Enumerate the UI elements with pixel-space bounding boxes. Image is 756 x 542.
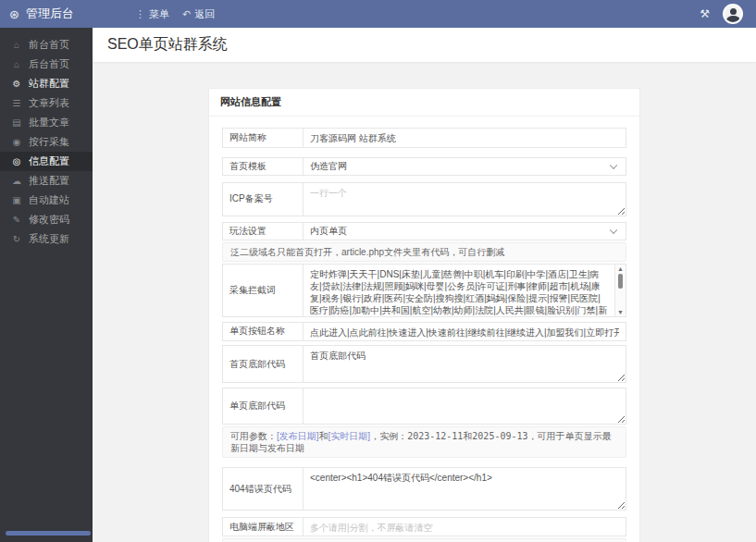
user-avatar[interactable]	[723, 4, 743, 24]
page-footer-code-label: 单页底部代码	[222, 388, 304, 425]
button-names-input[interactable]	[304, 325, 626, 340]
field-home-template: 首页模板 伪造官网	[222, 157, 626, 176]
target-icon: ◉	[11, 137, 22, 147]
sidebar-scroll-indicator[interactable]	[6, 531, 91, 536]
sidebar-item-label: 按行采集	[29, 135, 69, 149]
sidebar-item-push-config[interactable]: ☁ 推送配置	[0, 171, 93, 191]
block-words-textarea[interactable]: 定时炸弹|天天干|DNS|床垫|儿童|慈善|中职|机车|印刷|中学|酒店|卫生|…	[304, 265, 626, 316]
sidebar-item-label: 修改密码	[29, 213, 69, 227]
sidebar-item-label: 后台首页	[29, 57, 69, 71]
wrench-icon[interactable]: ⚒	[700, 7, 710, 20]
brand-icon: ⊛	[9, 7, 19, 21]
cloud-icon: ☁	[11, 176, 22, 186]
home-icon: ⌂	[11, 59, 22, 69]
textarea-scrollbar[interactable]: ▲ ▼	[614, 265, 626, 316]
page-title: SEO单页站群系统	[107, 35, 228, 55]
menu-label: 菜单	[149, 7, 169, 21]
site-name-input[interactable]	[304, 131, 626, 147]
tip-prefix: 可用参数：	[230, 431, 277, 441]
home-template-label: 首页模板	[222, 157, 304, 176]
sidebar-item-change-password[interactable]: ✎ 修改密码	[0, 210, 93, 229]
date-params-tip: 可用参数：[发布日期]和[实时日期]，实例：2023-12-11和2025-09…	[222, 426, 626, 458]
realtime-date-param-link[interactable]: [实时日期]	[328, 431, 371, 441]
field-block-words: 采集拦截词 定时炸弹|天天干|DNS|床垫|儿童|慈善|中职|机车|印刷|中学|…	[222, 264, 626, 317]
field-home-footer-code: 首页底部代码 首页底部代码	[222, 345, 626, 383]
sidebar: ⌂ 前台首页 ⌂ 后台首页 ⚙ 站群配置 ☰ 文章列表 ▤ 批量文章 ◉ 按行采…	[0, 28, 93, 542]
app-brand[interactable]: ⊛ 管理后台	[0, 6, 122, 22]
back-button[interactable]: ↶ 返回	[182, 7, 215, 21]
field-play-mode: 玩法设置 内页单页	[222, 222, 626, 240]
field-button-names: 单页按钮名称	[222, 322, 626, 342]
page-footer-code-textarea[interactable]	[304, 388, 626, 424]
sidebar-item-auto-build[interactable]: ▣ 自动建站	[0, 191, 93, 210]
play-mode-select[interactable]: 内页单页	[304, 223, 626, 239]
scroll-thumb[interactable]	[618, 274, 623, 289]
list-icon: ☰	[11, 98, 22, 108]
page-header: SEO单页站群系统	[93, 28, 756, 62]
sidebar-item-label: 推送配置	[29, 174, 69, 188]
site-info-panel: 网站信息配置 网站简称 首页模板 伪造官网 ICP备案号	[208, 88, 640, 542]
sidebar-item-label: 文章列表	[29, 96, 69, 110]
menu-toggle[interactable]: ⋮ 菜单	[135, 7, 169, 21]
gear-icon: ⚙	[11, 79, 22, 89]
home-footer-code-label: 首页底部代码	[222, 345, 304, 383]
pc-block-area-label: 电脑端屏蔽地区	[222, 517, 304, 536]
error404-label: 404错误页代码	[222, 467, 304, 511]
sidebar-item-label: 批量文章	[29, 116, 69, 129]
build-icon: ▣	[11, 195, 22, 205]
sidebar-item-label: 信息配置	[29, 154, 69, 168]
sidebar-item-label: 自动建站	[29, 193, 69, 207]
avatar-body	[726, 16, 740, 24]
back-icon: ↶	[182, 8, 191, 20]
settings-icon: ◎	[11, 156, 22, 166]
sidebar-item-batch-articles[interactable]: ▤ 批量文章	[0, 113, 93, 132]
icp-label: ICP备案号	[222, 182, 304, 216]
field-page-footer-code: 单页底部代码	[222, 388, 626, 425]
sidebar-item-sitegroup-config[interactable]: ⚙ 站群配置	[0, 74, 93, 93]
files-icon: ▤	[11, 117, 22, 128]
app-title: 管理后台	[26, 6, 74, 22]
button-names-label: 单页按钮名称	[222, 322, 304, 342]
publish-date-param-link[interactable]: [发布日期]	[277, 431, 319, 441]
home-icon: ⌂	[11, 40, 22, 50]
sidebar-item-label: 站群配置	[29, 77, 69, 91]
sidebar-item-admin-home[interactable]: ⌂ 后台首页	[0, 55, 93, 74]
field-icp: ICP备案号	[222, 182, 626, 216]
menu-icon: ⋮	[135, 8, 145, 20]
panel-title: 网站信息配置	[209, 89, 639, 117]
play-mode-label: 玩法设置	[222, 222, 304, 240]
home-footer-code-textarea[interactable]: 首页底部代码	[304, 346, 626, 382]
avatar-head	[730, 8, 737, 15]
home-template-select[interactable]: 伪造官网	[304, 158, 626, 174]
sidebar-item-label: 系统更新	[29, 232, 69, 246]
sidebar-item-info-config[interactable]: ◎ 信息配置	[0, 152, 93, 171]
sidebar-item-label: 前台首页	[29, 38, 69, 52]
pencil-icon: ✎	[11, 215, 22, 225]
sidebar-item-line-collect[interactable]: ◉ 按行采集	[0, 132, 93, 152]
field-site-name: 网站简称	[222, 128, 626, 148]
field-pc-block-area: 电脑端屏蔽地区	[222, 517, 626, 536]
field-404-code: 404错误页代码 <center><h1>404错误页代码</center></…	[222, 467, 626, 511]
top-navbar: ⊛ 管理后台 ⋮ 菜单 ↶ 返回 ⚒	[0, 0, 756, 28]
tip-mid: 和	[319, 431, 328, 441]
site-name-label: 网站简称	[222, 128, 304, 148]
play-mode-tip: 泛二级域名只能首页打开，article.php文件夹里有代码，可自行删减	[222, 242, 626, 262]
error404-textarea[interactable]: <center><h1>404错误页代码</center></h1>	[304, 468, 626, 510]
update-icon: ↻	[11, 234, 22, 244]
icp-textarea[interactable]	[304, 183, 626, 216]
sidebar-item-system-update[interactable]: ↻ 系统更新	[0, 229, 93, 249]
pc-block-tip: 填写：[全部]，则会屏蔽所有地区电脑端，此功能对蜘蛛和后台不会屏蔽！	[222, 538, 626, 542]
sidebar-item-article-list[interactable]: ☰ 文章列表	[0, 93, 93, 113]
main-content: SEO单页站群系统 网站信息配置 网站简称 首页模板 伪造官网 I	[93, 28, 756, 542]
pc-block-area-input[interactable]	[304, 520, 626, 536]
sidebar-item-front-home[interactable]: ⌂ 前台首页	[0, 35, 93, 55]
back-label: 返回	[194, 7, 215, 21]
block-words-label: 采集拦截词	[222, 264, 304, 317]
scroll-up-icon[interactable]: ▲	[617, 265, 624, 272]
scroll-down-icon[interactable]: ▼	[617, 309, 624, 315]
